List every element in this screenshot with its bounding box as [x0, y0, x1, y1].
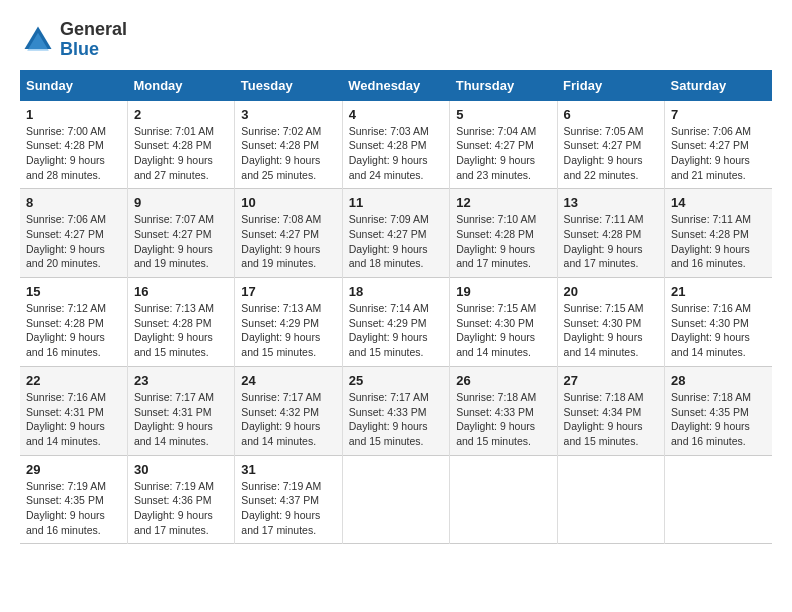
day-number: 16 [134, 284, 228, 299]
day-number: 29 [26, 462, 121, 477]
calendar-cell: 10Sunrise: 7:08 AM Sunset: 4:27 PM Dayli… [235, 189, 342, 278]
header-day-monday: Monday [127, 70, 234, 101]
day-number: 31 [241, 462, 335, 477]
day-number: 27 [564, 373, 658, 388]
day-info: Sunrise: 7:12 AM Sunset: 4:28 PM Dayligh… [26, 301, 121, 360]
calendar-week-2: 8Sunrise: 7:06 AM Sunset: 4:27 PM Daylig… [20, 189, 772, 278]
logo-text: General Blue [60, 20, 127, 60]
calendar-body: 1Sunrise: 7:00 AM Sunset: 4:28 PM Daylig… [20, 101, 772, 544]
calendar-cell: 6Sunrise: 7:05 AM Sunset: 4:27 PM Daylig… [557, 101, 664, 189]
day-number: 11 [349, 195, 443, 210]
header-day-friday: Friday [557, 70, 664, 101]
day-info: Sunrise: 7:10 AM Sunset: 4:28 PM Dayligh… [456, 212, 550, 271]
calendar-cell: 14Sunrise: 7:11 AM Sunset: 4:28 PM Dayli… [665, 189, 772, 278]
calendar-cell: 29Sunrise: 7:19 AM Sunset: 4:35 PM Dayli… [20, 455, 127, 544]
day-info: Sunrise: 7:01 AM Sunset: 4:28 PM Dayligh… [134, 124, 228, 183]
header-day-thursday: Thursday [450, 70, 557, 101]
day-number: 24 [241, 373, 335, 388]
calendar-cell: 1Sunrise: 7:00 AM Sunset: 4:28 PM Daylig… [20, 101, 127, 189]
day-number: 12 [456, 195, 550, 210]
day-number: 9 [134, 195, 228, 210]
calendar-cell: 23Sunrise: 7:17 AM Sunset: 4:31 PM Dayli… [127, 366, 234, 455]
calendar-cell: 30Sunrise: 7:19 AM Sunset: 4:36 PM Dayli… [127, 455, 234, 544]
day-info: Sunrise: 7:00 AM Sunset: 4:28 PM Dayligh… [26, 124, 121, 183]
day-number: 19 [456, 284, 550, 299]
day-info: Sunrise: 7:18 AM Sunset: 4:33 PM Dayligh… [456, 390, 550, 449]
day-number: 8 [26, 195, 121, 210]
day-info: Sunrise: 7:16 AM Sunset: 4:31 PM Dayligh… [26, 390, 121, 449]
day-info: Sunrise: 7:16 AM Sunset: 4:30 PM Dayligh… [671, 301, 766, 360]
calendar-cell: 17Sunrise: 7:13 AM Sunset: 4:29 PM Dayli… [235, 278, 342, 367]
calendar-cell: 25Sunrise: 7:17 AM Sunset: 4:33 PM Dayli… [342, 366, 449, 455]
day-info: Sunrise: 7:19 AM Sunset: 4:36 PM Dayligh… [134, 479, 228, 538]
day-info: Sunrise: 7:07 AM Sunset: 4:27 PM Dayligh… [134, 212, 228, 271]
calendar-cell: 16Sunrise: 7:13 AM Sunset: 4:28 PM Dayli… [127, 278, 234, 367]
day-number: 28 [671, 373, 766, 388]
header-day-saturday: Saturday [665, 70, 772, 101]
day-info: Sunrise: 7:08 AM Sunset: 4:27 PM Dayligh… [241, 212, 335, 271]
calendar-cell: 18Sunrise: 7:14 AM Sunset: 4:29 PM Dayli… [342, 278, 449, 367]
calendar-cell: 19Sunrise: 7:15 AM Sunset: 4:30 PM Dayli… [450, 278, 557, 367]
day-info: Sunrise: 7:15 AM Sunset: 4:30 PM Dayligh… [564, 301, 658, 360]
day-info: Sunrise: 7:09 AM Sunset: 4:27 PM Dayligh… [349, 212, 443, 271]
calendar-cell: 31Sunrise: 7:19 AM Sunset: 4:37 PM Dayli… [235, 455, 342, 544]
day-info: Sunrise: 7:13 AM Sunset: 4:28 PM Dayligh… [134, 301, 228, 360]
header-day-sunday: Sunday [20, 70, 127, 101]
day-number: 7 [671, 107, 766, 122]
day-number: 13 [564, 195, 658, 210]
calendar-cell: 28Sunrise: 7:18 AM Sunset: 4:35 PM Dayli… [665, 366, 772, 455]
day-info: Sunrise: 7:04 AM Sunset: 4:27 PM Dayligh… [456, 124, 550, 183]
calendar-cell: 12Sunrise: 7:10 AM Sunset: 4:28 PM Dayli… [450, 189, 557, 278]
day-number: 22 [26, 373, 121, 388]
calendar-cell: 22Sunrise: 7:16 AM Sunset: 4:31 PM Dayli… [20, 366, 127, 455]
day-number: 17 [241, 284, 335, 299]
day-info: Sunrise: 7:19 AM Sunset: 4:37 PM Dayligh… [241, 479, 335, 538]
logo-icon [20, 22, 56, 58]
header-day-tuesday: Tuesday [235, 70, 342, 101]
header-day-wednesday: Wednesday [342, 70, 449, 101]
calendar-cell: 24Sunrise: 7:17 AM Sunset: 4:32 PM Dayli… [235, 366, 342, 455]
calendar-cell: 11Sunrise: 7:09 AM Sunset: 4:27 PM Dayli… [342, 189, 449, 278]
day-info: Sunrise: 7:06 AM Sunset: 4:27 PM Dayligh… [26, 212, 121, 271]
day-number: 4 [349, 107, 443, 122]
calendar-cell: 2Sunrise: 7:01 AM Sunset: 4:28 PM Daylig… [127, 101, 234, 189]
calendar-cell: 15Sunrise: 7:12 AM Sunset: 4:28 PM Dayli… [20, 278, 127, 367]
day-info: Sunrise: 7:18 AM Sunset: 4:35 PM Dayligh… [671, 390, 766, 449]
day-number: 1 [26, 107, 121, 122]
header: General Blue [20, 20, 772, 60]
calendar-week-5: 29Sunrise: 7:19 AM Sunset: 4:35 PM Dayli… [20, 455, 772, 544]
day-number: 21 [671, 284, 766, 299]
day-number: 20 [564, 284, 658, 299]
calendar-cell: 26Sunrise: 7:18 AM Sunset: 4:33 PM Dayli… [450, 366, 557, 455]
day-info: Sunrise: 7:17 AM Sunset: 4:31 PM Dayligh… [134, 390, 228, 449]
day-number: 2 [134, 107, 228, 122]
calendar-cell: 8Sunrise: 7:06 AM Sunset: 4:27 PM Daylig… [20, 189, 127, 278]
calendar-cell: 9Sunrise: 7:07 AM Sunset: 4:27 PM Daylig… [127, 189, 234, 278]
day-info: Sunrise: 7:15 AM Sunset: 4:30 PM Dayligh… [456, 301, 550, 360]
calendar-week-1: 1Sunrise: 7:00 AM Sunset: 4:28 PM Daylig… [20, 101, 772, 189]
day-info: Sunrise: 7:14 AM Sunset: 4:29 PM Dayligh… [349, 301, 443, 360]
calendar-cell: 5Sunrise: 7:04 AM Sunset: 4:27 PM Daylig… [450, 101, 557, 189]
day-number: 10 [241, 195, 335, 210]
header-row: SundayMondayTuesdayWednesdayThursdayFrid… [20, 70, 772, 101]
calendar-cell [557, 455, 664, 544]
calendar-cell [342, 455, 449, 544]
day-number: 18 [349, 284, 443, 299]
day-number: 5 [456, 107, 550, 122]
day-info: Sunrise: 7:17 AM Sunset: 4:32 PM Dayligh… [241, 390, 335, 449]
calendar-cell: 21Sunrise: 7:16 AM Sunset: 4:30 PM Dayli… [665, 278, 772, 367]
day-number: 14 [671, 195, 766, 210]
day-info: Sunrise: 7:11 AM Sunset: 4:28 PM Dayligh… [671, 212, 766, 271]
calendar-week-4: 22Sunrise: 7:16 AM Sunset: 4:31 PM Dayli… [20, 366, 772, 455]
day-number: 15 [26, 284, 121, 299]
calendar-week-3: 15Sunrise: 7:12 AM Sunset: 4:28 PM Dayli… [20, 278, 772, 367]
logo: General Blue [20, 20, 127, 60]
calendar-cell: 20Sunrise: 7:15 AM Sunset: 4:30 PM Dayli… [557, 278, 664, 367]
day-number: 23 [134, 373, 228, 388]
calendar-cell [665, 455, 772, 544]
calendar-cell: 27Sunrise: 7:18 AM Sunset: 4:34 PM Dayli… [557, 366, 664, 455]
calendar-cell: 7Sunrise: 7:06 AM Sunset: 4:27 PM Daylig… [665, 101, 772, 189]
day-number: 6 [564, 107, 658, 122]
calendar-cell: 13Sunrise: 7:11 AM Sunset: 4:28 PM Dayli… [557, 189, 664, 278]
day-info: Sunrise: 7:18 AM Sunset: 4:34 PM Dayligh… [564, 390, 658, 449]
